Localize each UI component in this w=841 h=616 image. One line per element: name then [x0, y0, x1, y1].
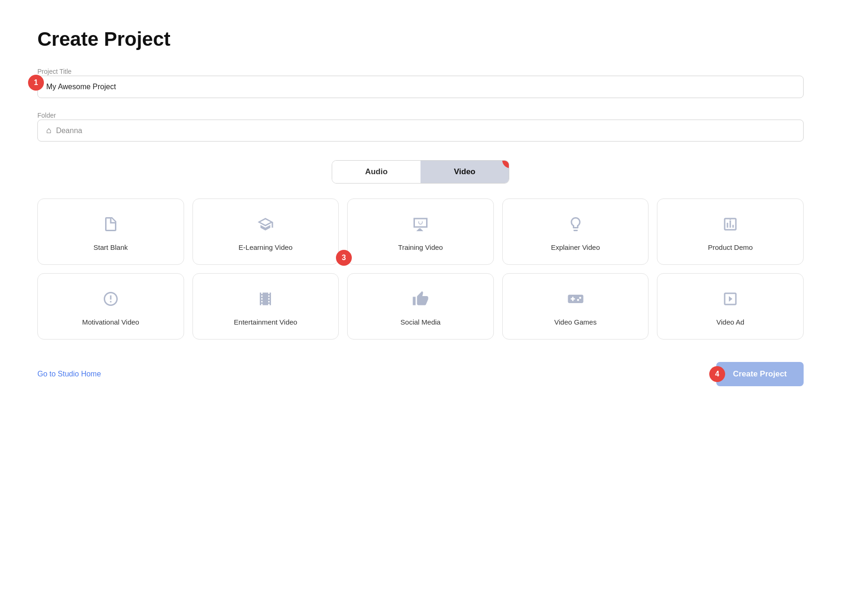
- explainer-icon: [567, 216, 584, 235]
- template-label-explainer: Explainer Video: [551, 243, 600, 251]
- project-title-input[interactable]: [37, 76, 804, 98]
- page-title: Create Project: [37, 28, 804, 50]
- tab-video[interactable]: Video: [420, 161, 509, 183]
- template-card-motivational[interactable]: Motivational Video: [37, 273, 184, 340]
- template-card-training[interactable]: Training Video: [347, 198, 494, 265]
- entertainment-icon: [257, 290, 274, 310]
- template-card-product-demo[interactable]: Product Demo: [657, 198, 804, 265]
- social-media-icon: [412, 290, 429, 310]
- template-label-entertainment: Entertainment Video: [234, 318, 298, 326]
- footer: Go to Studio Home 4 Create Project: [37, 362, 804, 386]
- elearning-icon: [257, 216, 274, 235]
- template-label-video-ad: Video Ad: [716, 318, 744, 326]
- template-card-start-blank[interactable]: Start Blank: [37, 198, 184, 265]
- template-label-start-blank: Start Blank: [93, 243, 128, 251]
- template-grid-row2: Motivational Video Entertainment Video S…: [37, 273, 804, 340]
- video-ad-icon: [722, 290, 739, 310]
- product-demo-icon: [722, 216, 739, 235]
- motivational-icon: [102, 290, 119, 310]
- template-card-video-ad[interactable]: Video Ad: [657, 273, 804, 340]
- step-badge-3: 3: [336, 250, 352, 266]
- template-card-social-media[interactable]: Social Media: [347, 273, 494, 340]
- template-card-elearning[interactable]: E-Learning Video: [192, 198, 339, 265]
- type-tabs: Audio Video 2: [332, 160, 509, 184]
- project-title-label: Project Title: [37, 68, 71, 75]
- tab-audio[interactable]: Audio: [332, 161, 420, 183]
- training-icon: [412, 216, 429, 235]
- template-label-social-media: Social Media: [400, 318, 441, 326]
- folder-input[interactable]: ⌂ Deanna: [37, 120, 804, 142]
- template-label-product-demo: Product Demo: [708, 243, 753, 251]
- template-label-elearning: E-Learning Video: [239, 243, 293, 251]
- home-icon: ⌂: [46, 126, 51, 135]
- studio-home-link[interactable]: Go to Studio Home: [37, 370, 101, 378]
- folder-value: Deanna: [56, 127, 82, 135]
- template-label-training: Training Video: [398, 243, 443, 251]
- template-card-explainer[interactable]: Explainer Video: [502, 198, 649, 265]
- template-card-video-games[interactable]: Video Games: [502, 273, 649, 340]
- template-grid-row1: Start Blank E-Learning Video Training Vi…: [37, 198, 804, 265]
- video-games-icon: [567, 290, 584, 310]
- folder-label: Folder: [37, 112, 56, 119]
- step-badge-1: 1: [28, 75, 44, 91]
- blank-icon: [102, 216, 119, 235]
- template-label-motivational: Motivational Video: [82, 318, 139, 326]
- create-project-button[interactable]: Create Project: [716, 362, 804, 386]
- step-badge-4: 4: [709, 366, 725, 382]
- template-label-video-games: Video Games: [554, 318, 597, 326]
- template-card-entertainment[interactable]: Entertainment Video: [192, 273, 339, 340]
